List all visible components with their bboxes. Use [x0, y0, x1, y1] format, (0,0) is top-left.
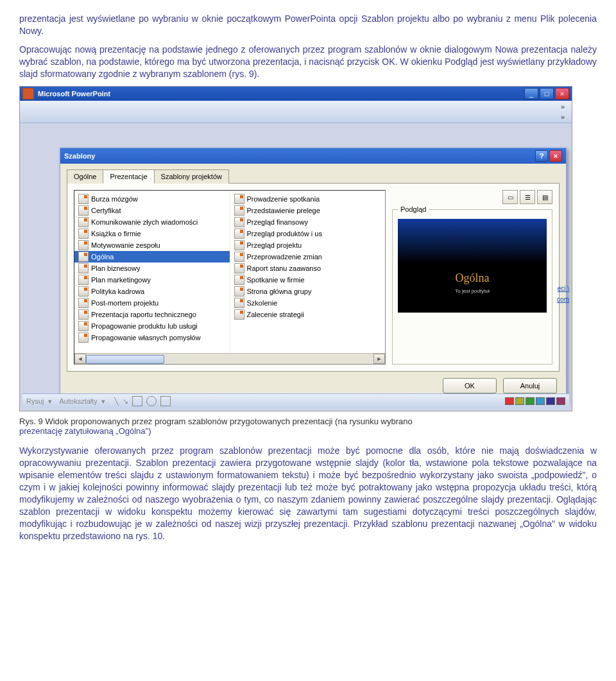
- app-titlebar: Microsoft PowerPoint _ □ ×: [20, 87, 572, 101]
- color-swatch[interactable]: [515, 397, 524, 405]
- list-item-label: Certyfikat: [91, 207, 121, 214]
- template-icon: [234, 205, 244, 216]
- list-item[interactable]: Przegląd finansowy: [230, 216, 386, 228]
- list-item[interactable]: Prezentacja raportu technicznego: [74, 309, 230, 320]
- list-item-label: Raport stanu zaawanso: [247, 264, 321, 272]
- scroll-right-icon[interactable]: ►: [373, 354, 385, 364]
- list-item-label: Spotkanie w firmie: [247, 276, 305, 284]
- list-item[interactable]: Raport stanu zaawanso: [230, 263, 386, 274]
- help-button[interactable]: ?: [535, 150, 548, 162]
- template-icon: [234, 252, 244, 262]
- textbox-icon[interactable]: [160, 396, 171, 406]
- list-item[interactable]: Burza mózgów: [74, 193, 230, 205]
- horizontal-scrollbar[interactable]: ◄ ►: [74, 353, 385, 364]
- list-item-label: Strona główna grupy: [247, 288, 312, 295]
- color-swatch[interactable]: [505, 397, 514, 405]
- taskpane-peek: eci \ com: [536, 285, 569, 303]
- template-icon: [234, 286, 244, 297]
- view-list-button[interactable]: ☰: [520, 190, 535, 204]
- templates-dialog: Szablony ? × Ogólne Prezentacje Szablony…: [60, 148, 567, 403]
- dialog-titlebar: Szablony ? ×: [60, 148, 566, 164]
- template-icon: [234, 228, 244, 239]
- autoshapes-menu[interactable]: Autokształty: [60, 397, 98, 405]
- draw-menu[interactable]: Rysuj: [26, 397, 44, 405]
- tab-ogolne[interactable]: Ogólne: [67, 169, 103, 184]
- rectangle-icon[interactable]: [132, 396, 142, 406]
- cancel-button[interactable]: Anuluj: [503, 378, 557, 393]
- preview-slide-subtitle: To jest podtytuł: [398, 288, 547, 294]
- tab-prezentacje[interactable]: Prezentacje: [103, 169, 154, 184]
- list-item[interactable]: Plan marketingowy: [74, 274, 230, 286]
- template-icon: [78, 205, 89, 216]
- view-large-icons-button[interactable]: ▭: [502, 190, 518, 204]
- color-swatch[interactable]: [546, 397, 555, 405]
- list-item[interactable]: Przedstawienie prelege: [230, 205, 386, 216]
- toolbar-overflow-icon[interactable]: »: [558, 103, 568, 110]
- powerpoint-icon: [22, 88, 34, 99]
- preview-group: Podgląd Ogólna To jest podtytuł: [392, 209, 552, 365]
- dialog-tabs: Ogólne Prezentacje Szablony projektów: [67, 169, 560, 184]
- list-item[interactable]: Strona główna grupy: [230, 286, 386, 297]
- template-icon: [78, 263, 89, 273]
- list-item[interactable]: Plan biznesowy: [74, 263, 230, 274]
- template-icon: [78, 332, 89, 343]
- template-icon: [234, 275, 244, 285]
- list-item[interactable]: Przegląd produktów i us: [230, 228, 386, 239]
- dialog-close-button[interactable]: ×: [549, 150, 562, 162]
- list-item[interactable]: Spotkanie w firmie: [230, 274, 386, 286]
- list-item[interactable]: Propagowanie produktu lub usługi: [74, 320, 230, 332]
- list-item[interactable]: Certyfikat: [74, 205, 230, 216]
- list-item[interactable]: Motywowanie zespołu: [74, 239, 230, 251]
- list-item-label: Burza mózgów: [91, 195, 138, 203]
- list-item[interactable]: Ogólna: [74, 251, 230, 263]
- list-item[interactable]: Szkolenie: [230, 297, 386, 309]
- template-icon: [78, 298, 89, 308]
- ok-button[interactable]: OK: [443, 378, 497, 393]
- scroll-left-icon[interactable]: ◄: [74, 354, 86, 364]
- close-button[interactable]: ×: [555, 88, 569, 99]
- template-icon: [78, 228, 89, 239]
- paragraph-2: Opracowując nową prezentację na podstawi…: [19, 44, 597, 80]
- list-item[interactable]: Książka o firmie: [74, 228, 230, 239]
- paragraph-1: prezentacja jest wyświetlane po wybraniu…: [19, 13, 597, 37]
- toolbar-overflow-icon-2[interactable]: »: [558, 113, 568, 121]
- list-item[interactable]: Propagowanie własnych pomysłów: [74, 332, 230, 343]
- taskpane-link-fragment-2[interactable]: com: [536, 296, 569, 303]
- oval-icon[interactable]: [146, 396, 157, 406]
- template-icon: [78, 321, 89, 331]
- tab-szablony-projektow[interactable]: Szablony projektów: [154, 169, 229, 184]
- template-icon: [234, 298, 244, 308]
- template-listbox[interactable]: Burza mózgówCertyfikatKomunikowanie złyc…: [74, 190, 386, 365]
- tab-panel: Burza mózgówCertyfikatKomunikowanie złyc…: [67, 184, 560, 372]
- preview-slide: Ogólna To jest podtytuł: [398, 219, 547, 313]
- list-item-label: Post-mortem projektu: [91, 299, 158, 307]
- list-item[interactable]: Komunikowanie złych wiadomości: [74, 216, 230, 228]
- template-icon: [78, 217, 89, 227]
- list-item-label: Przegląd finansowy: [247, 218, 308, 226]
- template-icon: [234, 194, 244, 204]
- template-icon: [78, 275, 89, 285]
- list-item[interactable]: Prowadzenie spotkania: [230, 193, 386, 205]
- list-item[interactable]: Polityka kadrowa: [74, 286, 230, 297]
- paragraph-3: Wykorzystywanie oferowanych przez progra…: [19, 445, 597, 542]
- template-icon: [78, 240, 89, 250]
- view-details-button[interactable]: ▤: [537, 190, 552, 204]
- template-icon: [234, 240, 244, 250]
- template-icon: [78, 194, 89, 204]
- list-item[interactable]: Przeprowadzenie zmian: [230, 251, 386, 263]
- list-item[interactable]: Przegląd projektu: [230, 239, 386, 251]
- minimize-button[interactable]: _: [524, 88, 538, 99]
- color-swatch[interactable]: [536, 397, 545, 405]
- list-item-label: Przegląd produktów i us: [247, 230, 322, 237]
- list-item-label: Motywowanie zespołu: [91, 241, 160, 249]
- maximize-button[interactable]: □: [540, 88, 554, 99]
- scroll-thumb[interactable]: [86, 355, 164, 364]
- taskpane-link-fragment-1[interactable]: eci \: [536, 285, 569, 292]
- app-title: Microsoft PowerPoint: [38, 90, 524, 98]
- color-swatch[interactable]: [556, 397, 565, 405]
- list-item-label: Plan biznesowy: [91, 264, 140, 272]
- list-item[interactable]: Post-mortem projektu: [74, 297, 230, 309]
- list-item-label: Ogólna: [91, 253, 114, 261]
- list-item[interactable]: Zalecenie strategii: [230, 309, 386, 320]
- color-swatch[interactable]: [526, 397, 535, 405]
